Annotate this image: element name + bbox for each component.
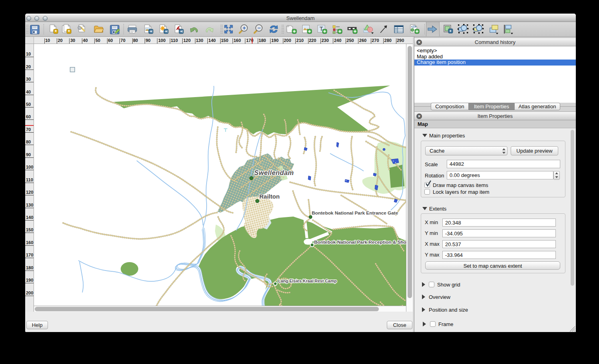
svg-text:Lang Elsies Kraal Rest Camp: Lang Elsies Kraal Rest Camp (278, 278, 337, 283)
svg-text:Bontebok National Park Recepti: Bontebok National Park Reception & Sho (314, 239, 406, 245)
svg-text:−: − (257, 25, 261, 31)
svg-text:Swellendam: Swellendam (254, 169, 294, 176)
svg-text:</>: </> (411, 25, 416, 29)
svg-text:Railton: Railton (259, 193, 280, 200)
svg-text:+: + (243, 25, 246, 31)
svg-text:Bontebok National Park Entranc: Bontebok National Park Entrance Gate (312, 210, 398, 216)
